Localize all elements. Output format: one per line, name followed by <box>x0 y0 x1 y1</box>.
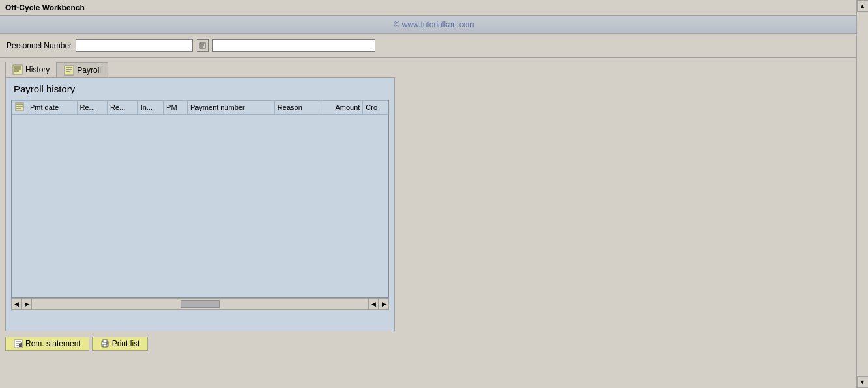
table-header-icon <box>15 102 24 111</box>
col-header-amount: Amount <box>319 101 363 115</box>
personnel-number-label: Personnel Number <box>7 41 72 50</box>
picker-icon <box>199 42 206 49</box>
personnel-number-input[interactable] <box>76 39 193 52</box>
scroll-left-btn[interactable]: ◀ <box>11 298 22 310</box>
right-scrollbar: ▲ ▼ <box>856 0 868 388</box>
extra-field-input[interactable] <box>212 39 375 52</box>
col-header-re2: Re... <box>108 101 138 115</box>
scroll-far-left-btn[interactable]: ◀ <box>368 298 379 310</box>
watermark-bar: © www.tutorialkart.com <box>0 16 868 34</box>
rem-statement-label: Rem. statement <box>25 339 81 348</box>
personnel-number-picker[interactable] <box>197 39 209 52</box>
scroll-far-right-btn[interactable]: ▶ <box>379 298 389 310</box>
col-header-reason: Reason <box>274 101 319 115</box>
vscroll-up-btn[interactable]: ▲ <box>857 0 869 12</box>
col-header-payment-number: Payment number <box>187 101 274 115</box>
scroll-track[interactable] <box>32 298 368 310</box>
panel-title: Payroll history <box>11 83 389 94</box>
col-header-re1: Re... <box>77 101 108 115</box>
table-wrapper: Pmt date Re... Re... In... PM Payment nu… <box>11 100 389 298</box>
print-list-button[interactable]: Print list <box>92 337 149 351</box>
tab-history[interactable]: History <box>5 62 57 77</box>
tabs-row: History Payroll <box>5 58 863 77</box>
app-title: Off-Cycle Workbench <box>5 3 85 12</box>
col-header-sel <box>12 101 27 115</box>
main-area: History Payroll Payroll history <box>0 58 868 356</box>
tab-history-label: History <box>25 65 50 74</box>
watermark-text: © www.tutorialkart.com <box>394 20 474 29</box>
col-header-pmt-date: Pmt date <box>27 101 78 115</box>
print-list-icon <box>100 339 109 348</box>
col-header-cro: Cro <box>363 101 388 115</box>
history-tab-icon <box>12 64 23 75</box>
button-row: Rem. statement Print list <box>5 337 863 351</box>
title-bar: Off-Cycle Workbench <box>0 0 868 16</box>
svg-rect-4 <box>13 65 22 74</box>
svg-rect-8 <box>65 66 74 75</box>
content-panel: Payroll history Pmt date <box>5 77 395 331</box>
col-header-pm: PM <box>164 101 188 115</box>
table-body-area <box>12 115 388 297</box>
scroll-thumb[interactable] <box>181 300 220 308</box>
tab-payroll[interactable]: Payroll <box>57 62 108 77</box>
tab-payroll-label: Payroll <box>77 66 101 75</box>
rem-statement-icon <box>14 339 23 348</box>
svg-point-24 <box>106 342 108 344</box>
svg-rect-23 <box>103 344 107 347</box>
payroll-history-table: Pmt date Re... Re... In... PM Payment nu… <box>12 100 388 115</box>
print-list-label: Print list <box>112 339 140 348</box>
toolbar-area: Personnel Number <box>0 34 868 58</box>
payroll-tab-icon <box>64 65 74 76</box>
vscroll-down-btn[interactable]: ▼ <box>857 376 869 388</box>
col-header-in: In... <box>137 101 163 115</box>
scroll-right-btn[interactable]: ▶ <box>22 298 32 310</box>
horizontal-scrollbar[interactable]: ◀ ▶ ◀ ▶ <box>11 298 389 309</box>
rem-statement-button[interactable]: Rem. statement <box>5 337 89 351</box>
svg-rect-22 <box>103 340 107 342</box>
